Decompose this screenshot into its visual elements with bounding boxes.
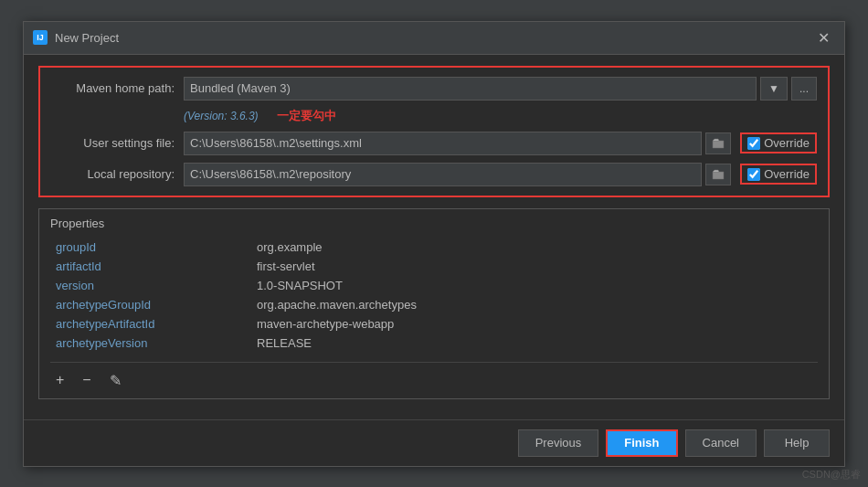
prop-value: first-servlet — [251, 257, 818, 276]
finish-button[interactable]: Finish — [606, 429, 677, 457]
dialog-footer: Previous Finish Cancel Help — [24, 419, 844, 466]
cancel-button[interactable]: Cancel — [685, 429, 757, 457]
table-row: artifactIdfirst-servlet — [50, 257, 818, 276]
remove-property-button[interactable]: − — [77, 370, 96, 391]
prop-value: RELEASE — [251, 333, 818, 353]
local-repo-override-wrap: Override — [740, 164, 817, 185]
local-repo-label: Local repository: — [51, 167, 184, 181]
dialog-title: New Project — [55, 31, 812, 45]
props-toolbar: + − ✎ — [50, 362, 818, 391]
maven-home-row: Maven home path: ▼ ... — [51, 77, 817, 101]
maven-home-browse-button[interactable]: ... — [791, 77, 817, 101]
properties-title: Properties — [50, 217, 818, 230]
local-repo-override-label: Override — [764, 167, 810, 181]
add-property-button[interactable]: + — [50, 370, 69, 391]
prop-value: org.apache.maven.archetypes — [251, 295, 818, 314]
user-settings-label: User settings file: — [51, 136, 184, 150]
maven-section: Maven home path: ▼ ... (Version: 3.6.3) … — [38, 66, 830, 197]
edit-property-button[interactable]: ✎ — [104, 370, 127, 391]
prop-value: org.example — [251, 238, 818, 257]
title-bar: IJ New Project ✕ — [24, 22, 844, 55]
table-row: archetypeArtifactIdmaven-archetype-webap… — [50, 314, 818, 333]
dialog-body: Maven home path: ▼ ... (Version: 3.6.3) … — [24, 55, 844, 419]
must-check-annotation: 一定要勾中 — [277, 108, 336, 124]
prop-key: groupId — [50, 238, 251, 257]
local-repo-input[interactable] — [184, 163, 702, 186]
prop-key: artifactId — [50, 257, 251, 276]
watermark: CSDN@思睿 — [802, 468, 861, 482]
prop-key: archetypeArtifactId — [50, 314, 251, 333]
user-settings-override-label: Override — [764, 136, 810, 150]
table-row: version1.0-SNAPSHOT — [50, 276, 818, 295]
prop-key: archetypeGroupId — [50, 295, 251, 314]
user-settings-input-wrap: ← 检查配置的国内源 Override — [184, 132, 817, 155]
properties-section: Properties groupIdorg.exampleartifactIdf… — [38, 208, 830, 399]
close-button[interactable]: ✕ — [812, 27, 835, 48]
new-project-dialog: IJ New Project ✕ Maven home path: ▼ ... … — [23, 21, 845, 467]
prop-key: archetypeVersion — [50, 333, 251, 353]
maven-home-dropdown-button[interactable]: ▼ — [760, 77, 788, 101]
dialog-icon: IJ — [33, 30, 48, 45]
table-row: archetypeVersionRELEASE — [50, 333, 818, 353]
maven-home-input[interactable] — [184, 77, 757, 101]
local-repo-input-wrap: Override — [184, 163, 817, 186]
prop-value: 1.0-SNAPSHOT — [251, 276, 818, 295]
user-settings-row: User settings file: ← 检查配置的国内源 — [51, 132, 817, 155]
prop-key: version — [50, 276, 251, 295]
local-repo-browse-button[interactable] — [705, 164, 731, 185]
help-button[interactable]: Help — [764, 429, 830, 457]
local-repo-row: Local repository: Override — [51, 163, 817, 186]
version-text: (Version: 3.6.3) — [184, 110, 259, 122]
prop-value: maven-archetype-webapp — [251, 314, 818, 333]
properties-table: groupIdorg.exampleartifactIdfirst-servle… — [50, 238, 818, 353]
user-settings-override-checkbox[interactable] — [747, 137, 760, 150]
maven-home-input-wrap: ▼ ... — [184, 77, 817, 101]
table-row: archetypeGroupIdorg.apache.maven.archety… — [50, 295, 818, 314]
table-row: groupIdorg.example — [50, 238, 818, 257]
local-repo-override-checkbox[interactable] — [747, 168, 760, 181]
maven-home-label: Maven home path: — [51, 81, 184, 95]
version-line: (Version: 3.6.3) 一定要勾中 — [184, 108, 817, 124]
user-settings-override-wrap: Override — [740, 132, 817, 154]
user-settings-browse-button[interactable] — [705, 132, 731, 154]
user-settings-input[interactable] — [184, 132, 702, 155]
folder-icon — [712, 138, 725, 149]
folder-icon-2 — [712, 169, 725, 180]
previous-button[interactable]: Previous — [518, 429, 599, 457]
